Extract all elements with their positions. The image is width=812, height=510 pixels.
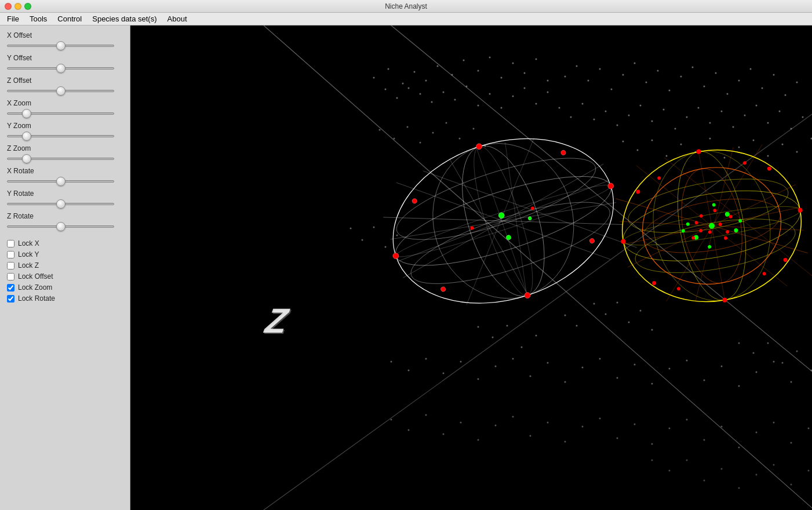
svg-point-48 — [727, 93, 729, 95]
svg-point-106 — [495, 366, 497, 367]
x-offset-slider[interactable] — [7, 45, 114, 47]
left-panel: X Offset Y Offset Z Offset X Zoom Y Zoom — [0, 26, 130, 510]
svg-point-76 — [802, 116, 804, 118]
svg-point-288 — [507, 325, 508, 327]
svg-point-4 — [373, 77, 375, 79]
svg-point-128 — [460, 422, 462, 424]
svg-point-21 — [408, 88, 410, 89]
main-layout: X Offset Y Offset Z Offset X Zoom Y Zoom — [0, 26, 812, 510]
svg-point-178 — [738, 487, 740, 489]
svg-point-73 — [767, 122, 769, 124]
svg-point-121 — [756, 371, 758, 373]
svg-point-22 — [420, 93, 421, 95]
window-controls[interactable] — [5, 3, 31, 10]
svg-point-63 — [651, 121, 653, 122]
x-offset-label: X Offset — [7, 31, 123, 39]
svg-point-144 — [738, 447, 740, 449]
lock-rotate-checkbox[interactable] — [7, 295, 14, 303]
svg-point-31 — [524, 88, 526, 89]
svg-point-11 — [463, 60, 465, 61]
lock-y-checkbox[interactable] — [7, 251, 14, 258]
y-rotate-slider[interactable] — [7, 203, 114, 205]
svg-point-147 — [791, 442, 792, 444]
svg-point-6 — [402, 83, 404, 85]
svg-point-137 — [617, 438, 618, 439]
svg-point-53 — [785, 94, 786, 96]
lock-z-row: Lock Z — [7, 261, 123, 269]
svg-point-59 — [605, 111, 607, 112]
x-rotate-label: X Rotate — [7, 167, 123, 175]
menu-file[interactable]: File — [2, 13, 24, 24]
svg-point-14 — [501, 77, 503, 79]
svg-point-26 — [466, 86, 468, 88]
z-offset-track — [7, 86, 114, 96]
y-offset-group: Y Offset — [7, 54, 123, 73]
svg-point-287 — [492, 337, 494, 338]
menu-control[interactable]: Control — [53, 13, 86, 24]
svg-point-92 — [709, 138, 711, 140]
svg-point-120 — [738, 385, 740, 387]
lock-x-checkbox[interactable] — [7, 240, 14, 247]
minimize-button[interactable] — [14, 3, 21, 10]
z-rotate-slider[interactable] — [7, 225, 114, 228]
lock-z-checkbox[interactable] — [7, 262, 14, 269]
x-rotate-slider[interactable] — [7, 180, 114, 183]
svg-point-124 — [391, 419, 392, 421]
y-rotate-group: Y Rotate — [7, 190, 123, 209]
svg-point-71 — [744, 115, 746, 116]
svg-point-75 — [791, 128, 792, 130]
menu-about[interactable]: About — [163, 13, 192, 24]
svg-point-98 — [796, 151, 798, 153]
svg-point-175 — [686, 460, 688, 461]
svg-point-179 — [756, 474, 758, 476]
menu-tools[interactable]: Tools — [25, 13, 52, 24]
lock-x-label: Lock X — [18, 239, 39, 247]
svg-point-133 — [547, 422, 549, 424]
lock-offset-checkbox[interactable] — [7, 273, 14, 280]
svg-point-10 — [451, 74, 453, 76]
svg-point-43 — [669, 90, 671, 92]
svg-point-119 — [721, 366, 723, 367]
lock-zoom-checkbox[interactable] — [7, 284, 14, 292]
x-zoom-slider[interactable] — [7, 112, 114, 115]
z-zoom-slider[interactable] — [7, 158, 114, 160]
svg-point-66 — [686, 116, 688, 118]
svg-point-176 — [704, 480, 705, 482]
svg-point-110 — [565, 381, 566, 383]
main-visualization: Z Z — [130, 26, 812, 510]
svg-point-84 — [473, 128, 475, 130]
svg-point-174 — [669, 470, 671, 472]
y-offset-track — [7, 64, 114, 73]
svg-point-29 — [501, 107, 503, 109]
svg-point-27 — [478, 105, 479, 107]
y-offset-slider[interactable] — [7, 67, 114, 70]
svg-point-12 — [478, 70, 479, 72]
canvas-area[interactable]: Z Z — [130, 26, 812, 510]
svg-point-18 — [547, 80, 549, 82]
svg-point-19 — [385, 89, 387, 90]
z-zoom-group: Z Zoom — [7, 144, 123, 163]
svg-point-177 — [721, 468, 723, 470]
maximize-button[interactable] — [24, 3, 31, 10]
svg-point-285 — [576, 325, 578, 327]
y-zoom-slider[interactable] — [7, 135, 114, 137]
svg-point-146 — [773, 422, 775, 424]
svg-point-36 — [588, 80, 589, 82]
svg-point-125 — [408, 429, 410, 431]
svg-point-8 — [425, 80, 427, 82]
svg-point-108 — [530, 376, 531, 377]
svg-point-180 — [773, 464, 775, 466]
svg-point-181 — [791, 484, 792, 486]
svg-point-130 — [495, 425, 497, 427]
menu-species[interactable]: Species data set(s) — [88, 13, 161, 24]
lock-x-row: Lock X — [7, 239, 123, 247]
svg-point-16 — [524, 72, 526, 74]
close-button[interactable] — [5, 3, 12, 10]
z-offset-slider[interactable] — [7, 90, 114, 92]
svg-point-116 — [669, 368, 671, 370]
svg-point-113 — [617, 377, 618, 379]
svg-point-117 — [686, 360, 688, 362]
svg-point-281 — [628, 322, 630, 323]
lock-offset-label: Lock Offset — [18, 272, 53, 280]
z-offset-group: Z Offset — [7, 76, 123, 96]
